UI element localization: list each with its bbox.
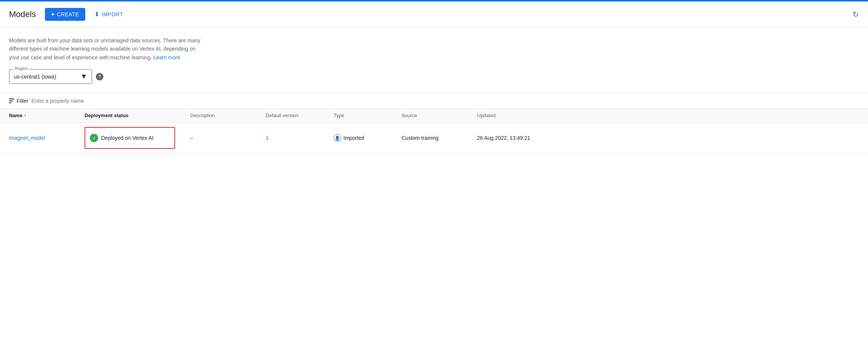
table-header: Name ↑ Deployment status Description Def… <box>0 109 868 122</box>
deployment-highlight-box: ✓ Deployed on Vertex AI <box>85 127 175 149</box>
version-link[interactable]: 1 <box>266 135 269 141</box>
cell-deployment-status: ✓ Deployed on Vertex AI <box>85 127 190 149</box>
create-button[interactable]: + CREATE <box>45 8 85 21</box>
region-help-icon[interactable]: ? <box>96 73 103 80</box>
deployment-status-text: Deployed on Vertex AI <box>101 135 154 141</box>
filter-line-1 <box>9 99 14 99</box>
content-area: Models are built from your data sets or … <box>0 27 868 84</box>
sort-arrow-icon: ↑ <box>24 113 26 118</box>
col-header-updated: Updated <box>477 113 575 118</box>
page-title: Models <box>9 9 36 19</box>
filter-line-3 <box>9 102 11 103</box>
refresh-icon: ↻ <box>853 10 859 19</box>
cell-source: Custom training <box>402 135 477 141</box>
table-container: Name ↑ Deployment status Description Def… <box>0 109 868 154</box>
region-value: us-central1 (Iowa) <box>14 74 77 80</box>
filter-label: Filter <box>9 98 28 104</box>
refresh-button[interactable]: ↻ <box>853 10 859 19</box>
import-button[interactable]: ⬇ IMPORT <box>88 8 129 21</box>
cell-type: 👤 Imported <box>334 134 402 142</box>
col-header-type: Type <box>334 113 402 118</box>
chevron-down-icon: ▼ <box>80 73 87 80</box>
user-icon: 👤 <box>334 134 341 142</box>
table-row: imagnet_model ✓ Deployed on Vertex AI – … <box>0 122 868 154</box>
filter-line-2 <box>9 101 13 101</box>
col-header-source: Source <box>402 113 477 118</box>
header: Models + CREATE ⬇ IMPORT ↻ <box>0 2 868 27</box>
model-name-link[interactable]: imagnet_model <box>9 135 45 141</box>
cell-updated: 26 Aug 2022, 13:49:21 <box>477 135 575 141</box>
import-icon: ⬇ <box>94 11 100 18</box>
learn-more-link[interactable]: Learn more <box>153 54 180 60</box>
col-header-default-version: Default version <box>266 113 334 118</box>
col-header-name: Name ↑ <box>9 113 85 118</box>
col-header-description: Description <box>190 113 266 118</box>
deployed-check-icon: ✓ <box>90 134 98 142</box>
region-container: Region us-central1 (Iowa) ▼ ? <box>9 69 859 84</box>
description-text: Models are built from your data sets or … <box>9 36 205 62</box>
region-select[interactable]: Region us-central1 (Iowa) ▼ <box>9 69 92 84</box>
filter-input[interactable] <box>31 98 859 104</box>
cell-description: – <box>190 135 266 141</box>
cell-default-version: 1 <box>266 135 334 141</box>
filter-bar: Filter <box>0 93 868 109</box>
cell-name: imagnet_model <box>9 135 85 141</box>
filter-icon <box>9 99 14 103</box>
create-plus-icon: + <box>51 11 55 18</box>
region-label: Region <box>13 66 29 71</box>
col-header-deployment-status: Deployment status <box>85 113 190 118</box>
